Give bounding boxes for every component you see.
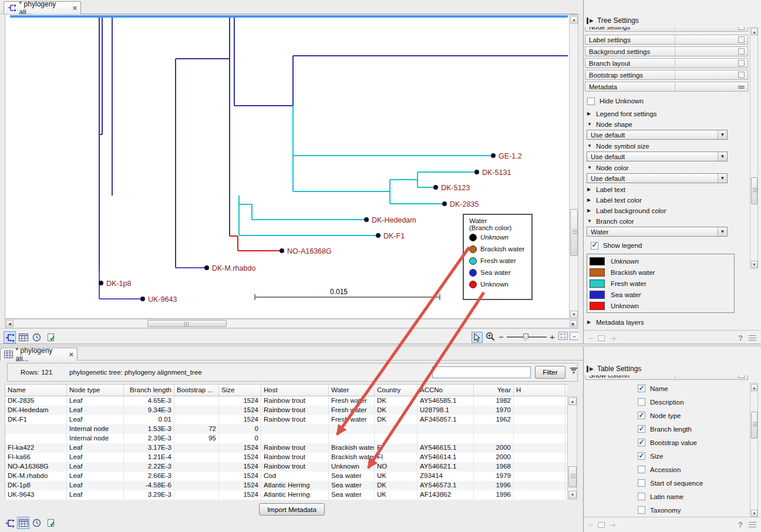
scroll-up-icon[interactable]: ▲: [751, 384, 757, 391]
node-color-select[interactable]: Use default▼: [587, 173, 728, 183]
element-info-button[interactable]: [45, 331, 57, 344]
label-text-group[interactable]: ▶ Label text: [587, 185, 761, 194]
scroll-thumb[interactable]: [147, 320, 227, 327]
table-row[interactable]: FI-ka66Leaf1.21E-41524Rainbow troutBrack…: [5, 453, 567, 462]
scroll-up-icon[interactable]: ▲: [570, 16, 578, 23]
sidepanel-toggle-icon[interactable]: ▶: [587, 366, 594, 372]
leaf-label[interactable]: DK-5131: [482, 169, 511, 177]
column-visibility-checkbox[interactable]: ✓ Accession: [638, 463, 748, 476]
metadata-layers-group[interactable]: ▶ Metadata layers: [587, 318, 761, 326]
column-header[interactable]: Water: [329, 385, 375, 396]
show-legend-checkbox[interactable]: ✓ Show legend: [591, 241, 761, 250]
column-header[interactable]: ACCNo: [417, 385, 474, 396]
import-metadata-button[interactable]: Import Metadata: [259, 503, 325, 516]
sidepanel-toggle-icon[interactable]: ▶: [587, 18, 594, 24]
node-color-group[interactable]: ▼ Node color: [587, 163, 761, 172]
tab-close-icon[interactable]: ×: [69, 352, 73, 358]
scroll-down-icon[interactable]: ▼: [568, 491, 577, 499]
leaf-node-dot[interactable]: [491, 153, 496, 158]
zoom-slider-thumb[interactable]: [523, 334, 528, 341]
branch-color-select[interactable]: Water▼: [587, 227, 728, 237]
column-header[interactable]: Bootstrap ...: [174, 385, 219, 396]
leaf-label[interactable]: UK-9643: [148, 295, 177, 304]
settings-scrollbar[interactable]: ▲ ▼: [750, 27, 758, 269]
palette-icon[interactable]: [738, 36, 745, 43]
column-header[interactable]: Node type: [67, 385, 124, 396]
column-visibility-checkbox[interactable]: ✓ Size: [638, 449, 748, 463]
table-row[interactable]: FI-ka422Leaf3.17E-31524Rainbow troutBrac…: [5, 443, 567, 453]
leaf-node-dot[interactable]: [140, 297, 145, 301]
leaf-node-dot[interactable]: [204, 265, 209, 270]
scroll-up-icon[interactable]: ▲: [751, 28, 757, 35]
leaf-node-dot[interactable]: [474, 170, 479, 174]
tree-vertical-scrollbar[interactable]: ▲ ▼: [569, 15, 578, 319]
label-background-color-group[interactable]: ▶ Label background color: [587, 206, 761, 215]
leaf-label[interactable]: DK-5123: [441, 184, 470, 192]
table-row[interactable]: DK-F1Leaf0.011524Rainbow troutFresh wate…: [5, 415, 567, 425]
tab-phylogeny-table[interactable]: * phylogeny ali... ×: [0, 348, 78, 361]
filter-button[interactable]: Filter: [535, 366, 565, 379]
column-header[interactable]: Host: [261, 385, 329, 396]
table-row[interactable]: DK-2835Leaf4.65E-31524Rainbow troutFresh…: [5, 396, 567, 406]
settings-section-bar[interactable]: Background settings: [585, 46, 748, 56]
history-view-button[interactable]: [31, 331, 43, 344]
column-visibility-checkbox[interactable]: ✓ Name: [638, 382, 748, 395]
palette-icon[interactable]: [738, 60, 745, 66]
collapse-all-icon[interactable]: −: [588, 520, 593, 530]
column-header[interactable]: H: [514, 385, 565, 396]
leaf-label[interactable]: DK-1p8: [106, 280, 131, 288]
column-visibility-checkbox[interactable]: ✓ Taxonomy: [638, 503, 748, 517]
cursor-tool[interactable]: [472, 332, 483, 343]
scroll-down-icon[interactable]: ▼: [751, 510, 757, 517]
column-visibility-checkbox[interactable]: ✓ Branch length: [638, 422, 748, 436]
scroll-down-icon[interactable]: ▼: [751, 261, 757, 268]
column-header[interactable]: Year: [474, 385, 514, 396]
column-visibility-checkbox[interactable]: ✓ Latin name: [638, 490, 748, 503]
leaf-label[interactable]: NO-A16368G: [287, 247, 332, 255]
table-scrollbar[interactable]: ▲ ▼: [567, 396, 577, 500]
scroll-down-icon[interactable]: ▼: [570, 311, 578, 318]
tree-settings-header[interactable]: ▶ Tree Settings: [584, 14, 761, 27]
table-settings-header[interactable]: ▶ Table Settings: [584, 362, 761, 375]
zoom-out-button[interactable]: −: [499, 332, 504, 342]
apply-settings-icon[interactable]: ⇥: [610, 521, 615, 529]
leaf-node-dot[interactable]: [433, 185, 438, 190]
column-visibility-checkbox[interactable]: ✓ Bootstrap value: [638, 436, 748, 449]
column-visibility-checkbox[interactable]: ✓ Start of sequence: [638, 476, 748, 490]
scroll-thumb[interactable]: [568, 466, 577, 487]
tree-view-button[interactable]: [4, 517, 16, 529]
zoom-tool[interactable]: [486, 332, 496, 342]
zoom-slider[interactable]: [507, 336, 547, 338]
legend-font-settings-group[interactable]: ▶ Legend font settings: [587, 109, 761, 118]
leaf-label[interactable]: DK-Hededam: [372, 216, 416, 224]
table-row[interactable]: Internal node2.39E-3950: [5, 434, 567, 443]
save-settings-icon[interactable]: [598, 335, 605, 341]
advanced-filter-icon[interactable]: ▼: [569, 368, 578, 376]
column-visibility-checkbox[interactable]: ✓ Node type: [638, 409, 748, 422]
zoom-in-button[interactable]: +: [550, 332, 555, 342]
tree-horizontal-scrollbar[interactable]: ◀ ▶: [5, 319, 578, 328]
history-view-button[interactable]: [31, 517, 43, 529]
leaf-node-dot[interactable]: [442, 201, 447, 206]
column-header[interactable]: Name: [5, 385, 67, 396]
scroll-right-icon[interactable]: ▶: [570, 320, 577, 327]
leaf-label[interactable]: DK-M.rhabdo: [212, 264, 255, 272]
scroll-thumb[interactable]: [570, 209, 578, 256]
section-metadata[interactable]: Metadata: [585, 82, 748, 92]
leaf-label[interactable]: GE-1.2: [499, 152, 522, 160]
leaf-node-dot[interactable]: [376, 233, 380, 238]
help-icon[interactable]: ?: [738, 520, 743, 529]
leaf-node-dot[interactable]: [99, 281, 103, 285]
node-shape-select[interactable]: Use default▼: [587, 130, 728, 140]
settings-section-bar[interactable]: Bootstrap settings: [585, 70, 748, 80]
table-row[interactable]: DK-1p8Leaf-4.58E-61524Atlantic HerringSe…: [5, 481, 567, 490]
table-row[interactable]: Internal node1.53E-3720: [5, 425, 567, 434]
collapse-all-icon[interactable]: −: [588, 334, 593, 343]
section-node-settings-clipped[interactable]: Node settings: [585, 27, 748, 33]
branch-color-group[interactable]: ▼ Branch color: [587, 217, 761, 225]
table-view-button[interactable]: [17, 517, 29, 529]
filter-input[interactable]: [432, 366, 531, 378]
node-symbol-size-select[interactable]: Use default▼: [587, 151, 728, 161]
save-settings-icon[interactable]: [598, 522, 605, 528]
table-view-button[interactable]: [17, 331, 29, 344]
